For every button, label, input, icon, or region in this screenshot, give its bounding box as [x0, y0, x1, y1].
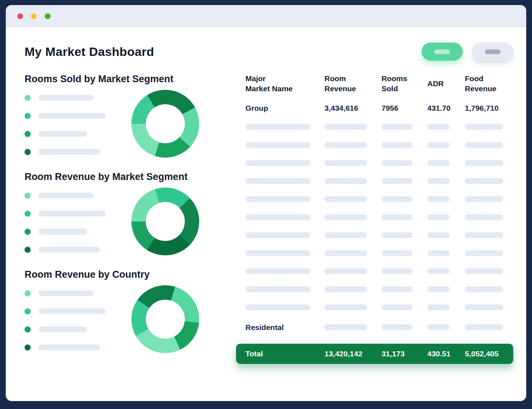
page-title: My Market Dashboard — [25, 45, 154, 59]
placeholder-pill — [427, 124, 450, 130]
legend-item — [25, 211, 115, 217]
placeholder-pill — [381, 142, 413, 148]
legend-label-placeholder — [39, 113, 106, 119]
placeholder-pill — [381, 286, 413, 292]
table-row-placeholder — [245, 299, 513, 317]
placeholder-pill — [465, 160, 503, 166]
placeholder-pill — [324, 196, 367, 202]
placeholder-pill — [324, 324, 367, 330]
secondary-toggle[interactable] — [472, 43, 513, 61]
toggle-group — [422, 43, 513, 61]
primary-toggle[interactable] — [422, 43, 463, 61]
placeholder-pill — [324, 124, 367, 130]
placeholder-pill — [427, 250, 450, 256]
table-header: Major Market Name Room Revenue Rooms Sol… — [245, 74, 513, 94]
total-rooms-sold: 31,173 — [381, 349, 427, 358]
donut-chart-room-revenue-segment — [131, 188, 199, 255]
legend-dot — [25, 131, 31, 137]
secondary-toggle-knob — [485, 49, 501, 54]
placeholder-pill — [381, 324, 413, 330]
legend-label-placeholder — [39, 149, 100, 155]
donut-hole — [146, 300, 185, 339]
legend-item — [25, 344, 115, 351]
table-header-major-market-name: Major Market Name — [245, 74, 324, 94]
legend-label-placeholder — [39, 211, 106, 216]
placeholder-pill — [381, 214, 413, 220]
donut-chart-rooms-sold — [131, 90, 199, 158]
table-row-residental: Residental — [245, 317, 513, 338]
chart-row — [25, 90, 245, 158]
section-rooms-sold-by-market-segment: Rooms Sold by Market Segment — [25, 74, 245, 158]
placeholder-pill — [245, 142, 310, 148]
window-titlebar — [6, 5, 526, 27]
placeholder-pill — [381, 232, 413, 238]
legend-item — [25, 95, 115, 101]
legend-label-placeholder — [39, 95, 93, 101]
placeholder-pill — [245, 268, 310, 274]
close-window-button[interactable] — [17, 13, 23, 19]
donut-chart-room-revenue-country — [131, 285, 199, 353]
placeholder-pill — [324, 142, 367, 148]
legend-dot — [25, 229, 31, 235]
table-header-food-revenue: Food Revenue — [465, 74, 513, 94]
cell-rooms-sold: 7956 — [381, 104, 427, 113]
chart-row — [25, 285, 245, 353]
placeholder-pill — [465, 142, 503, 148]
total-food-revenue: 5,052,405 — [465, 349, 513, 358]
legend-item — [25, 113, 115, 119]
charts-column: Rooms Sold by Market Segment — [25, 74, 245, 367]
placeholder-pill — [324, 214, 367, 220]
table-row-placeholder — [245, 263, 513, 281]
page-content: My Market Dashboard Rooms Sold by Market… — [6, 27, 526, 401]
placeholder-pill — [381, 160, 413, 166]
total-label: Total — [245, 349, 324, 358]
placeholder-pill — [427, 286, 450, 292]
placeholder-pill — [245, 196, 310, 202]
placeholder-pill — [245, 286, 310, 292]
minimize-window-button[interactable] — [31, 13, 37, 19]
placeholder-pill — [427, 178, 450, 184]
section-room-revenue-by-market-segment: Room Revenue by Market Segment — [25, 171, 245, 255]
table-column: Major Market Name Room Revenue Rooms Sol… — [245, 74, 513, 367]
placeholder-pill — [381, 178, 413, 184]
legend-dot — [25, 193, 31, 199]
placeholder-pill — [245, 232, 310, 238]
maximize-window-button[interactable] — [45, 13, 51, 19]
legend-dot — [25, 290, 31, 296]
cell-food-revenue-placeholder — [465, 323, 513, 332]
legend-item — [25, 149, 115, 155]
app-window: My Market Dashboard Rooms Sold by Market… — [6, 5, 526, 401]
placeholder-pill — [465, 196, 503, 202]
table-header-room-revenue: Room Revenue — [324, 74, 381, 94]
legend-item — [25, 193, 115, 199]
placeholder-pill — [245, 124, 310, 130]
placeholder-pill — [427, 160, 450, 166]
cell-adr-placeholder — [427, 323, 465, 332]
placeholder-pill — [427, 268, 450, 274]
placeholder-pill — [381, 196, 413, 202]
placeholder-pill — [245, 250, 310, 256]
placeholder-pill — [245, 304, 310, 310]
table-header-adr: ADR — [427, 79, 465, 89]
legend-dot — [25, 211, 31, 217]
table-header-rooms-sold: Rooms Sold — [381, 74, 427, 94]
chart-legend — [25, 288, 115, 351]
placeholder-pill — [465, 324, 503, 330]
section-title: Room Revenue by Country — [25, 269, 245, 280]
page-topbar: My Market Dashboard — [25, 43, 513, 61]
cell-room-revenue: 3,434,616 — [324, 104, 381, 113]
cell-major-market-name: Residental — [245, 323, 324, 332]
table-row-placeholder — [245, 245, 513, 263]
table-row-placeholder — [245, 191, 513, 209]
placeholder-pill — [324, 304, 367, 310]
legend-item — [25, 326, 115, 333]
placeholder-pill — [381, 268, 413, 274]
table-row-placeholder — [245, 155, 513, 173]
placeholder-pill — [427, 232, 450, 238]
placeholder-pill — [324, 160, 367, 166]
legend-label-placeholder — [39, 290, 93, 296]
placeholder-pill — [381, 304, 413, 310]
legend-label-placeholder — [39, 308, 106, 314]
legend-dot — [25, 149, 31, 155]
cell-room-revenue-placeholder — [324, 323, 381, 332]
